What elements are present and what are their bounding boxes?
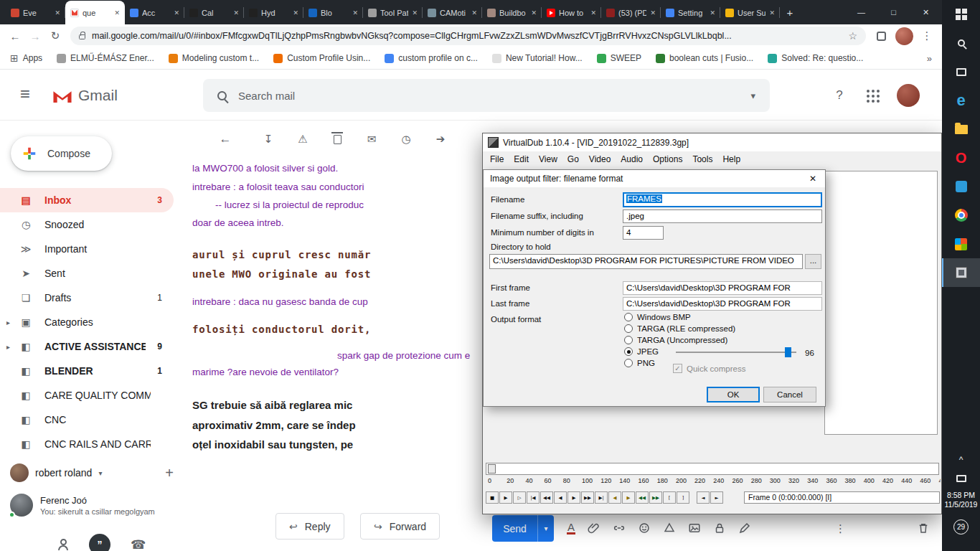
taskbar-chrome-button[interactable] xyxy=(942,201,980,230)
transport-next-frame-button[interactable]: ▶ xyxy=(567,491,580,504)
bookmark-item[interactable]: ELMŰ-ÉMÁSZ Ener... xyxy=(57,53,154,63)
menu-item-video[interactable]: Video xyxy=(584,153,616,166)
menu-item-tools[interactable]: Tools xyxy=(687,153,717,166)
url-bar[interactable]: mail.google.com/mail/u/0/#inbox/FMfcgxwD… xyxy=(70,27,866,45)
browser-tab[interactable]: User Su✕ xyxy=(720,1,780,24)
transport-range-end-button[interactable]: ► xyxy=(710,491,723,504)
search-options-icon[interactable]: ▾ xyxy=(750,90,755,101)
transport-mark-out-button[interactable]: ] xyxy=(677,491,689,504)
tab-close-icon[interactable]: ✕ xyxy=(531,9,537,17)
new-conversation-button[interactable]: + xyxy=(165,465,174,481)
window-close-button[interactable]: ✕ xyxy=(910,0,942,24)
tab-close-icon[interactable]: ✕ xyxy=(710,9,715,17)
bookmark-item[interactable]: New Tutorial! How... xyxy=(492,53,583,63)
taskbar-edge-button[interactable]: e xyxy=(942,86,980,115)
dialog-close-button[interactable]: ✕ xyxy=(801,170,825,187)
suffix-input[interactable]: .jpeg xyxy=(623,209,822,223)
send-options-icon[interactable]: ▾ xyxy=(538,524,554,532)
archive-button[interactable]: ↧ xyxy=(261,133,275,146)
slider-thumb[interactable] xyxy=(785,347,791,357)
jpeg-quality-slider[interactable] xyxy=(676,347,796,357)
transport-back-fast-button[interactable]: ◀◀ xyxy=(540,491,553,504)
search-bar[interactable]: Search mail ▾ xyxy=(203,79,770,112)
cancel-button[interactable]: Cancel xyxy=(763,387,816,402)
show-desktop-button[interactable] xyxy=(942,541,980,551)
browser-tab[interactable]: Tool Pat✕ xyxy=(363,1,423,24)
browse-button[interactable]: ... xyxy=(805,254,821,269)
window-maximize-button[interactable]: □ xyxy=(877,0,910,24)
quick-compress-checkbox[interactable]: ✓ xyxy=(673,364,682,373)
insert-link-icon[interactable] xyxy=(613,522,626,534)
hangouts-account-row[interactable]: robert roland ▾ + xyxy=(10,463,176,482)
reload-button[interactable]: ↻ xyxy=(46,29,65,42)
transport-prev-keyframe-button[interactable]: ◀ xyxy=(608,491,621,504)
expand-icon[interactable]: ▸ xyxy=(6,343,10,351)
browser-tab[interactable]: How to✕ xyxy=(542,1,601,24)
bookmark-item[interactable]: Custom Profile Usin... xyxy=(273,53,370,63)
extension-icon[interactable] xyxy=(877,32,886,41)
hangouts-tab-icon[interactable]: ” xyxy=(89,534,110,551)
new-tab-button[interactable]: + xyxy=(780,2,800,22)
transport-next-scene-button[interactable]: ▶▶ xyxy=(649,491,662,504)
bookmark-star-icon[interactable]: ☆ xyxy=(848,30,857,42)
transport-mark-in-button[interactable]: [ xyxy=(663,491,676,504)
chevron-down-icon[interactable]: ▾ xyxy=(98,469,102,477)
browser-tab[interactable]: Cal✕ xyxy=(184,1,244,24)
taskbar-opera-button[interactable]: O xyxy=(942,143,980,172)
hangouts-contact[interactable]: Ferenc Joó You: sikerult a csillar megol… xyxy=(10,494,155,517)
taskbar-mail-button[interactable] xyxy=(942,172,980,201)
insert-photo-icon[interactable] xyxy=(688,522,701,534)
radio-targa-rle[interactable] xyxy=(624,324,633,333)
sidebar-item-drafts[interactable]: ❏Drafts1 xyxy=(0,286,174,310)
taskbar-explorer-button[interactable] xyxy=(942,115,980,143)
sidebar-item-snoozed[interactable]: ◷Snoozed xyxy=(0,212,174,237)
browser-tab[interactable]: Setting✕ xyxy=(661,1,720,24)
tab-close-icon[interactable]: ✕ xyxy=(769,9,775,17)
bookmark-item[interactable]: Modeling custom t... xyxy=(169,53,259,63)
radio-windows-bmp[interactable] xyxy=(624,313,633,321)
expand-icon[interactable]: ▸ xyxy=(6,319,10,326)
forward-button[interactable]: → xyxy=(26,30,44,42)
sidebar-item-active-assistance[interactable]: ▸◧ACTIVE ASSISTANCE9 xyxy=(0,334,174,359)
attach-file-icon[interactable] xyxy=(588,522,600,534)
transport-end-button[interactable]: ▶| xyxy=(595,491,608,504)
bookmark-item[interactable]: SWEEP xyxy=(597,53,641,63)
url-text[interactable]: mail.google.com/mail/u/0/#inbox/FMfcgxwD… xyxy=(92,31,842,41)
filename-input[interactable]: FRAMES xyxy=(623,192,822,207)
browser-tab[interactable]: Buildbo✕ xyxy=(482,1,542,24)
sidebar-item-care-quality[interactable]: ◧CARE QUALITY COMMI... xyxy=(0,383,174,408)
start-button[interactable] xyxy=(942,0,980,29)
formatting-options-icon[interactable]: A xyxy=(567,522,575,534)
menu-item-file[interactable]: File xyxy=(485,153,509,166)
sidebar-item-categories[interactable]: ▸▣Categories xyxy=(0,310,174,334)
back-to-inbox-button[interactable]: ← xyxy=(218,132,232,146)
menu-item-help[interactable]: Help xyxy=(717,153,745,166)
sidebar-item-inbox[interactable]: ▤Inbox3 xyxy=(0,188,174,212)
forward-button[interactable]: ↪Forward xyxy=(360,513,440,540)
virtualdub-title-bar[interactable]: VirtualDub 1.10.4 - [VID_20191022_112839… xyxy=(483,133,941,151)
browser-tab[interactable]: CAMoti✕ xyxy=(423,1,482,24)
bookmark-item[interactable]: custom profile on c... xyxy=(385,53,478,63)
transport-prev-frame-button[interactable]: ◀ xyxy=(554,491,567,504)
tab-close-icon[interactable]: ✕ xyxy=(233,9,239,17)
apps-shortcut[interactable]: ⊞Apps xyxy=(10,52,42,64)
transport-start-button[interactable]: |◀ xyxy=(527,491,540,504)
task-view-button[interactable] xyxy=(942,57,980,86)
delete-button[interactable] xyxy=(330,133,344,146)
digits-input[interactable]: 4 xyxy=(623,226,664,240)
taskbar-store-button[interactable] xyxy=(942,230,980,258)
action-center-button[interactable]: 29 xyxy=(942,512,980,541)
taskbar-search-button[interactable] xyxy=(942,29,980,57)
compose-button[interactable]: Compose xyxy=(11,136,112,171)
browser-tab[interactable]: Acc✕ xyxy=(125,1,184,24)
browser-tab[interactable]: Blo✕ xyxy=(303,1,363,24)
tab-close-icon[interactable]: ✕ xyxy=(174,9,179,17)
transport-range-start-button[interactable]: ◄ xyxy=(697,491,710,504)
menu-item-view[interactable]: View xyxy=(534,153,562,166)
radio-targa-uncompressed[interactable] xyxy=(624,336,633,344)
transport-forward-fast-button[interactable]: ▶▶ xyxy=(581,491,594,504)
sidebar-item-sent[interactable]: ➤Sent xyxy=(0,261,174,286)
transport-next-keyframe-button[interactable]: ▶ xyxy=(622,491,635,504)
window-minimize-button[interactable]: — xyxy=(845,0,877,24)
position-slider-handle[interactable] xyxy=(488,464,496,474)
